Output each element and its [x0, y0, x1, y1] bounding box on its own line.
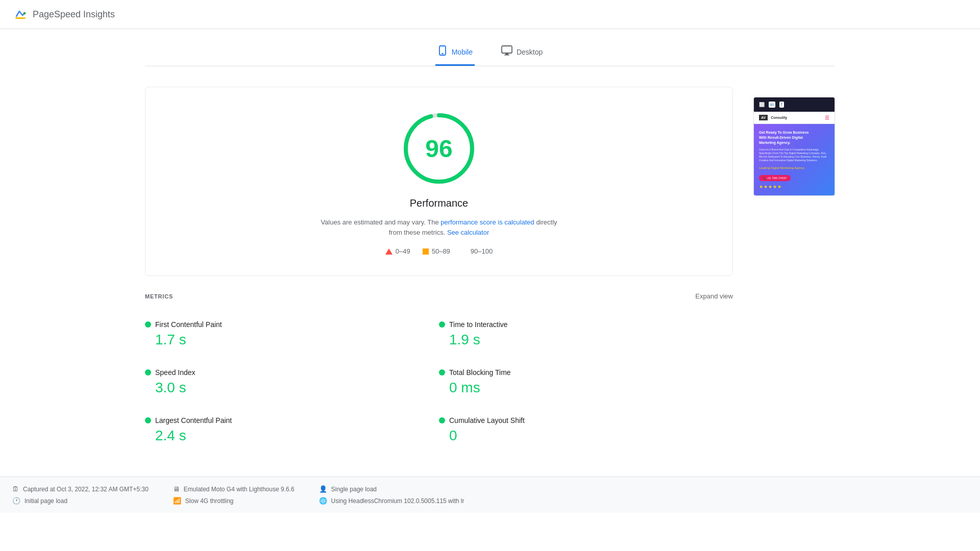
- metric-tti: Time to Interactive 1.9 s: [439, 312, 733, 360]
- mock-brand-name: Consulity: [771, 116, 787, 119]
- pass-range: 90–100: [471, 247, 493, 255]
- svg-rect-0: [12, 6, 29, 22]
- device-icon: 🖥: [173, 485, 180, 493]
- mock-hamburger-icon: ☰: [825, 115, 829, 120]
- metric-lcp: Largest Contentful Paint 2.4 s: [145, 408, 439, 456]
- browser-text: Using HeadlessChromium 102.0.5005.115 wi…: [331, 497, 464, 505]
- metrics-header: METRICS Expand view: [145, 292, 733, 300]
- metric-cls-indicator: [439, 417, 445, 423]
- fail-range: 0–49: [396, 247, 410, 255]
- clock-icon: 🕐: [12, 497, 20, 505]
- mock-site-header: ⬜ in f: [754, 97, 835, 112]
- info-page-load: 🕐 Initial page load: [12, 497, 149, 505]
- info-device: 🖥 Emulated Moto G4 with Lighthouse 9.6.6: [173, 485, 295, 493]
- info-col-1: 🗓 Captured at Oct 3, 2022, 12:32 AM GMT+…: [12, 485, 149, 505]
- metric-cls-name: Cumulative Layout Shift: [449, 416, 525, 424]
- metric-fcp: First Contentful Paint 1.7 s: [145, 312, 439, 360]
- fail-icon: [385, 248, 393, 255]
- metric-fcp-name-row: First Contentful Paint: [145, 320, 439, 329]
- mock-hero-body: Grow As A Brand And Gain A Competitive A…: [759, 148, 829, 162]
- mock-stars: ★★★★★: [759, 184, 829, 189]
- mock-hero-section: Get Ready To Grow BusinessWith Result-Dr…: [754, 124, 835, 195]
- metric-fcp-value: 1.7 s: [145, 332, 439, 348]
- globe-icon: 🌐: [319, 497, 327, 505]
- svg-rect-7: [504, 55, 509, 56]
- metric-tbt-name-row: Total Blocking Time: [439, 368, 733, 377]
- mock-site-nav: AV Consulity ☰: [754, 112, 835, 124]
- legend-pass: 90–100: [462, 247, 493, 255]
- page-load-text: Initial page load: [24, 497, 67, 505]
- metric-tbt-name: Total Blocking Time: [449, 368, 511, 377]
- tab-mobile-label: Mobile: [452, 48, 473, 56]
- metric-cls: Cumulative Layout Shift 0: [439, 408, 733, 456]
- metric-tti-name: Time to Interactive: [449, 320, 508, 329]
- tab-desktop-label: Desktop: [517, 48, 543, 56]
- info-browser: 🌐 Using HeadlessChromium 102.0.5005.115 …: [319, 497, 464, 505]
- tab-desktop[interactable]: Desktop: [499, 39, 545, 66]
- main-content: Mobile Desktop 96 Performance: [133, 29, 847, 477]
- metric-tbt-value: 0 ms: [439, 380, 733, 396]
- mock-logo: AV: [759, 115, 768, 120]
- metrics-section-label: METRICS: [145, 293, 173, 299]
- load-type-text: Single page load: [331, 486, 377, 493]
- calendar-icon: 🗓: [12, 485, 19, 493]
- average-icon: [423, 248, 429, 255]
- capture-time-text: Captured at Oct 3, 2022, 12:32 AM GMT+5:…: [23, 486, 149, 493]
- score-desc-prefix: Values are estimated and may vary. The: [321, 218, 440, 226]
- info-load-type: 👤 Single page load: [319, 485, 464, 493]
- wifi-icon: 📶: [173, 497, 181, 505]
- screenshot-mock: ⬜ in f AV Consulity ☰ Get Ready To Grow …: [754, 97, 835, 195]
- expand-view-button[interactable]: Expand view: [695, 292, 733, 300]
- legend-fail: 0–49: [385, 247, 410, 255]
- metric-si: Speed Index 3.0 s: [145, 360, 439, 408]
- metric-fcp-name: First Contentful Paint: [155, 320, 222, 329]
- metric-si-value: 3.0 s: [145, 380, 439, 396]
- metric-tti-name-row: Time to Interactive: [439, 320, 733, 329]
- metric-cls-value: 0: [439, 428, 733, 444]
- throttling-text: Slow 4G throttling: [185, 497, 234, 505]
- svg-rect-4: [442, 53, 444, 54]
- metrics-section: METRICS Expand view First Contentful Pai…: [145, 292, 733, 456]
- score-circle-container: 96: [398, 108, 480, 189]
- calculator-link[interactable]: See calculator: [447, 229, 489, 236]
- desktop-icon: [501, 45, 512, 58]
- average-range: 50–89: [432, 247, 450, 255]
- left-panel: 96 Performance Values are estimated and …: [145, 87, 733, 456]
- metric-tbt-indicator: [439, 369, 445, 375]
- tab-bar: Mobile Desktop: [145, 29, 835, 66]
- mock-hero-title: Get Ready To Grow BusinessWith Result-Dr…: [759, 130, 829, 145]
- logo-container: PageSpeed Insights: [12, 6, 115, 22]
- content-area: 96 Performance Values are estimated and …: [145, 66, 835, 477]
- screenshot-img: ⬜ in f AV Consulity ☰ Get Ready To Grow …: [753, 97, 835, 196]
- mock-cta-button: 📞 +91 7985 278097: [759, 175, 791, 181]
- score-card: 96 Performance Values are estimated and …: [145, 87, 733, 276]
- pagespeed-logo-icon: [12, 6, 29, 22]
- metric-cls-name-row: Cumulative Layout Shift: [439, 416, 733, 424]
- metric-tti-value: 1.9 s: [439, 332, 733, 348]
- info-col-2: 🖥 Emulated Moto G4 with Lighthouse 9.6.6…: [173, 485, 295, 505]
- metric-lcp-indicator: [145, 417, 151, 423]
- device-text: Emulated Moto G4 with Lighthouse 9.6.6: [184, 486, 295, 493]
- metric-lcp-name-row: Largest Contentful Paint: [145, 416, 439, 424]
- info-throttling: 📶 Slow 4G throttling: [173, 497, 295, 505]
- app-title: PageSpeed Insights: [33, 9, 115, 20]
- info-capture-time: 🗓 Captured at Oct 3, 2022, 12:32 AM GMT+…: [12, 485, 149, 493]
- legend-average: 50–89: [423, 247, 450, 255]
- score-label: Performance: [410, 197, 469, 209]
- tab-mobile[interactable]: Mobile: [435, 39, 475, 66]
- metric-lcp-value: 2.4 s: [145, 428, 439, 444]
- svg-rect-2: [15, 17, 26, 19]
- person-icon: 👤: [319, 485, 327, 493]
- metric-si-indicator: [145, 369, 151, 375]
- perf-score-link[interactable]: performance score is calculated: [440, 218, 534, 226]
- info-col-3: 👤 Single page load 🌐 Using HeadlessChrom…: [319, 485, 464, 505]
- mobile-icon: [437, 45, 448, 58]
- svg-point-1: [23, 12, 26, 15]
- pass-icon: [462, 249, 468, 254]
- svg-rect-6: [505, 53, 508, 55]
- mock-hero-label: Leading Digital Marketing Agency: [759, 166, 829, 169]
- metric-fcp-indicator: [145, 321, 151, 328]
- metric-lcp-name: Largest Contentful Paint: [155, 416, 232, 424]
- app-header: PageSpeed Insights: [0, 0, 980, 29]
- metric-tbt: Total Blocking Time 0 ms: [439, 360, 733, 408]
